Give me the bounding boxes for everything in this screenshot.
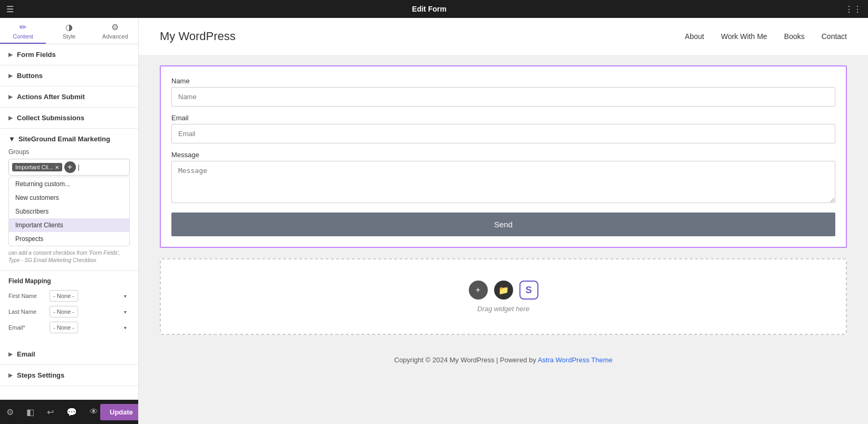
name-field-group: Name — [171, 77, 835, 107]
style-icon: ◑ — [65, 22, 73, 32]
name-input[interactable] — [171, 87, 835, 107]
content-icon: ✏ — [20, 22, 26, 32]
message-field-label: Message — [171, 151, 835, 159]
email-field-label: Email — [171, 114, 835, 122]
first-name-label: First Name — [8, 293, 45, 299]
section-steps-label: Steps Settings — [17, 371, 64, 379]
tab-content[interactable]: ✏ Content — [0, 18, 46, 44]
tab-advanced[interactable]: ⚙ Advanced — [92, 18, 138, 44]
section-form-fields-header[interactable]: ▶ Form Fields — [0, 44, 138, 65]
tag-remove-icon[interactable]: ✕ — [55, 165, 59, 170]
tab-style-label: Style — [63, 33, 75, 40]
email-input[interactable] — [171, 124, 835, 143]
sidebar-tabs: ✏ Content ◑ Style ⚙ Advanced — [0, 18, 138, 44]
nav-contact[interactable]: Contact — [822, 32, 847, 41]
section-buttons-header[interactable]: ▶ Buttons — [0, 65, 138, 86]
sg-email-marketing-section: ▼ SiteGround Email Marketing Groups Impo… — [0, 129, 138, 271]
preview-icon[interactable]: 👁 — [88, 405, 100, 419]
send-button[interactable]: Send — [171, 213, 835, 236]
dropdown-item-important[interactable]: Important Clients — [9, 218, 129, 232]
section-buttons-label: Buttons — [17, 72, 43, 80]
page-content: Name Email Message Send + 📁 S — [139, 55, 868, 385]
groups-input-area[interactable]: Important Cli... ✕ + | — [8, 159, 130, 176]
section-form-fields-label: Form Fields — [17, 51, 56, 59]
layers-icon[interactable]: ◧ — [24, 405, 36, 419]
nav-work[interactable]: Work With Me — [721, 32, 767, 41]
field-row-lastname: Last Name - None - — [8, 306, 130, 317]
section-email: ▶ Email — [0, 344, 138, 365]
arrow-icon: ▶ — [8, 52, 13, 57]
tab-style[interactable]: ◑ Style — [46, 18, 92, 44]
section-collect: ▶ Collect Submissions — [0, 108, 138, 129]
tab-content-label: Content — [13, 33, 33, 40]
arrow-icon-5: ▶ — [8, 351, 13, 357]
settings-icon[interactable]: ⚙ — [4, 405, 16, 419]
sidebar: ✏ Content ◑ Style ⚙ Advanced ▶ Form Fiel… — [0, 18, 139, 424]
footer-text: Copyright © 2024 My WordPress | Powered … — [394, 356, 538, 364]
add-group-button[interactable]: + — [64, 161, 76, 173]
section-actions-label: Actions After Submit — [17, 93, 85, 101]
tab-advanced-label: Advanced — [102, 33, 128, 40]
hamburger-icon[interactable]: ☰ — [6, 4, 14, 14]
update-button[interactable]: Update — [100, 404, 139, 420]
drag-label: Drag widget here — [477, 305, 529, 313]
nav-books[interactable]: Books — [784, 32, 805, 41]
dropdown-item-new[interactable]: New customers — [9, 191, 129, 205]
last-name-label: Last Name — [8, 309, 45, 315]
sg-section-title[interactable]: ▼ SiteGround Email Marketing — [8, 135, 130, 143]
notes-icon[interactable]: 💬 — [64, 405, 79, 419]
drag-widget-icons: + 📁 S — [469, 281, 538, 300]
section-buttons: ▶ Buttons — [0, 65, 138, 86]
folder-icon: 📁 — [494, 281, 513, 300]
section-form-fields: ▶ Form Fields — [0, 44, 138, 65]
arrow-icon-6: ▶ — [8, 372, 13, 378]
section-actions: ▶ Actions After Submit — [0, 86, 138, 108]
add-widget-button[interactable]: + — [469, 281, 488, 300]
section-actions-header[interactable]: ▶ Actions After Submit — [0, 86, 138, 107]
field-row-email: Email* - None - — [8, 322, 130, 333]
input-cursor: | — [78, 163, 80, 171]
wp-nav: About Work With Me Books Contact — [685, 32, 847, 41]
section-email-header[interactable]: ▶ Email — [0, 344, 138, 364]
drag-widget-area: + 📁 S Drag widget here — [160, 258, 847, 335]
message-textarea[interactable] — [171, 161, 835, 203]
message-field-group: Message — [171, 151, 835, 205]
tag-label: Important Cli... — [15, 164, 53, 170]
consent-note: can add a consent checkbox from 'Form Fi… — [8, 249, 130, 264]
first-name-select[interactable]: - None - — [50, 290, 78, 302]
dropdown-item-returning[interactable]: Returning custom... — [9, 177, 129, 191]
wp-header: My WordPress About Work With Me Books Co… — [139, 18, 868, 55]
section-collect-label: Collect Submissions — [17, 114, 84, 122]
email-label: Email* — [8, 324, 45, 331]
email-field-group: Email — [171, 114, 835, 143]
siteground-icon: S — [519, 281, 538, 300]
last-name-select[interactable]: - None - — [50, 306, 78, 317]
selected-tag-chip[interactable]: Important Cli... ✕ — [12, 163, 62, 171]
section-steps-header[interactable]: ▶ Steps Settings — [0, 365, 138, 386]
section-steps: ▶ Steps Settings — [0, 365, 138, 386]
section-collect-header[interactable]: ▶ Collect Submissions — [0, 108, 138, 128]
history-icon[interactable]: ↩ — [45, 405, 56, 419]
dropdown-item-subscribers[interactable]: Subscribers — [9, 205, 129, 218]
field-mapping-title: Field Mapping — [8, 277, 130, 285]
groups-label: Groups — [8, 148, 130, 156]
bottom-toolbar: ⚙ ◧ ↩ 💬 👁 Update ▲ — [0, 400, 138, 424]
sidebar-content: ▶ Form Fields ▶ Buttons ▶ Actions After … — [0, 44, 138, 400]
advanced-icon: ⚙ — [111, 22, 119, 32]
grid-icon[interactable]: ⋮⋮ — [845, 4, 862, 14]
arrow-icon-3: ▶ — [8, 94, 13, 100]
field-row-firstname: First Name - None - — [8, 290, 130, 302]
content-area: My WordPress About Work With Me Books Co… — [139, 18, 868, 424]
wp-footer: Copyright © 2024 My WordPress | Powered … — [160, 345, 847, 374]
field-mapping-section: Field Mapping First Name - None - Last N… — [0, 271, 138, 344]
top-bar: ☰ Edit Form ⋮⋮ — [0, 0, 868, 18]
sg-title-label: SiteGround Email Marketing — [18, 135, 110, 143]
nav-about[interactable]: About — [685, 32, 705, 41]
dropdown-item-prospects[interactable]: Prospects — [9, 232, 129, 246]
topbar-title: Edit Form — [412, 5, 446, 13]
footer-link[interactable]: Astra WordPress Theme — [538, 356, 613, 364]
arrow-down-icon: ▼ — [8, 135, 15, 143]
email-select[interactable]: - None - — [50, 322, 78, 333]
arrow-icon-4: ▶ — [8, 115, 13, 121]
arrow-icon-2: ▶ — [8, 73, 13, 79]
